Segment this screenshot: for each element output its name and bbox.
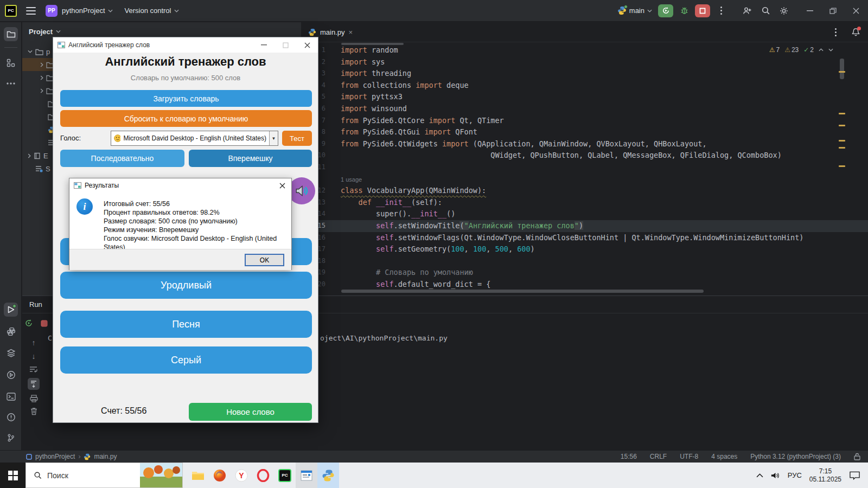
warning-count: ⚠7 <box>769 46 780 54</box>
status-breadcrumb[interactable]: pythonProject › main.py <box>26 453 117 460</box>
warning-stripe-mark[interactable] <box>839 140 845 142</box>
window-restore-button[interactable] <box>821 3 844 19</box>
code-editor[interactable]: 1import random2import sys3import threadi… <box>302 42 868 296</box>
rerun-button[interactable] <box>656 3 675 19</box>
scroll-up-icon[interactable]: ↑ <box>32 338 36 347</box>
warning-stripe-mark[interactable] <box>839 165 845 167</box>
window-close-button[interactable] <box>844 3 868 19</box>
caret-position[interactable]: 15:56 <box>621 453 637 460</box>
vcs-selector[interactable]: Version control <box>125 7 179 15</box>
app-maximize-button[interactable] <box>275 37 296 53</box>
load-dictionary-button[interactable]: Загрузить словарь <box>60 90 312 107</box>
answer-button-2[interactable]: Песня <box>60 311 312 338</box>
inspections-widget[interactable]: ⚠7 ⚠23 ✓2 <box>769 46 833 54</box>
search-everywhere-icon[interactable] <box>756 3 775 19</box>
services-tool-icon[interactable] <box>4 346 18 360</box>
python-interpreter[interactable]: Python 3.12 (pythonProject) (3) <box>750 453 841 460</box>
unlocked-icon[interactable] <box>854 453 860 460</box>
combo-dropdown-icon[interactable]: ▼ <box>269 131 278 145</box>
dialog-titlebar[interactable]: Результаты <box>69 178 291 192</box>
new-word-button[interactable]: Новое слово <box>189 403 312 421</box>
voice-select[interactable]: Microsoft David Desktop - English (Unite… <box>111 131 278 146</box>
app-window-titlebar[interactable]: Английский тренажер слов <box>53 37 318 53</box>
soft-wrap-icon[interactable] <box>29 365 38 373</box>
shuffle-mode-button[interactable]: Вперемешку <box>189 150 312 167</box>
taskbar-clock[interactable]: 7:15 05.11.2025 <box>809 467 841 484</box>
tab-scroll-indicator[interactable] <box>341 43 404 45</box>
indent-style[interactable]: 4 spaces <box>711 453 737 460</box>
taskbar-report-app[interactable] <box>296 463 317 488</box>
vertical-scrollbar[interactable] <box>840 59 844 79</box>
window-minimize-button[interactable] <box>799 3 821 19</box>
vcs-branch-tool-icon[interactable] <box>4 431 18 445</box>
reset-dictionary-button[interactable]: Сбросить к словарю по умолчанию <box>60 110 312 127</box>
language-indicator[interactable]: РУС <box>788 471 802 479</box>
volume-icon[interactable] <box>771 472 780 479</box>
settings-gear-icon[interactable] <box>775 3 793 19</box>
run-tool-icon[interactable] <box>4 303 18 317</box>
dialog-close-icon[interactable] <box>273 178 291 192</box>
line-separator[interactable]: CRLF <box>650 453 667 460</box>
more-actions-icon[interactable] <box>712 3 730 19</box>
next-problem-icon[interactable] <box>828 48 833 52</box>
app-minimize-button[interactable] <box>253 37 275 53</box>
app-window-icon <box>58 42 65 48</box>
commit-tool-icon[interactable] <box>4 56 18 70</box>
horizontal-scrollbar[interactable] <box>341 290 704 293</box>
tree-item-label: p <box>46 48 50 56</box>
app-close-button[interactable] <box>296 37 318 53</box>
stop-icon[interactable] <box>41 320 48 327</box>
run-anything-tool-icon[interactable] <box>4 368 18 382</box>
print-icon[interactable] <box>30 395 38 402</box>
ok-button[interactable]: OK <box>245 254 284 266</box>
taskbar-opera[interactable] <box>252 463 274 488</box>
speak-word-button[interactable] <box>288 177 315 204</box>
typo-count: ✓2 <box>803 46 814 54</box>
chevron-down-icon <box>28 50 33 53</box>
clock-time: 7:15 <box>819 467 832 475</box>
warning-stripe-mark[interactable] <box>839 147 845 149</box>
scroll-to-end-icon[interactable] <box>28 378 40 390</box>
terminal-tool-icon[interactable] <box>4 389 18 403</box>
stop-button[interactable] <box>693 3 712 19</box>
debug-button[interactable] <box>675 3 693 19</box>
main-menu-icon[interactable] <box>26 7 36 15</box>
branch-widget[interactable]: main <box>617 6 652 15</box>
answer-button-3[interactable]: Серый <box>60 346 312 374</box>
info-icon: i <box>76 198 93 215</box>
tab-close-icon[interactable]: × <box>349 28 353 36</box>
clear-trash-icon[interactable] <box>30 407 37 415</box>
scroll-down-icon[interactable]: ↓ <box>32 352 36 361</box>
tray-expand-icon[interactable] <box>756 473 763 478</box>
notifications-bell-icon[interactable] <box>851 27 860 37</box>
warning-stripe-mark[interactable] <box>839 125 845 126</box>
project-tool-icon[interactable] <box>4 27 18 41</box>
code-with-me-icon[interactable] <box>738 3 756 19</box>
test-voice-button[interactable]: Тест <box>282 131 312 146</box>
app-window-title: Английский тренажер слов <box>68 41 150 49</box>
taskbar-firefox[interactable] <box>209 463 231 488</box>
problems-tool-icon[interactable] <box>4 410 18 424</box>
pycharm-logo-icon[interactable]: PC <box>5 5 17 17</box>
sequential-mode-button[interactable]: Последовательно <box>60 150 184 167</box>
weather-widget[interactable] <box>140 463 182 487</box>
warning-stripe-mark[interactable] <box>839 71 845 73</box>
taskbar-explorer[interactable] <box>187 463 209 488</box>
start-button[interactable] <box>0 463 25 488</box>
answer-button-1[interactable]: Уродливый <box>60 272 312 299</box>
taskbar-yandex[interactable]: Y <box>231 463 252 488</box>
prev-problem-icon[interactable] <box>819 48 824 52</box>
project-badge[interactable]: PP <box>46 5 58 17</box>
rerun-icon[interactable] <box>24 319 33 328</box>
tab-options-icon[interactable] <box>828 28 843 36</box>
python-packages-tool-icon[interactable] <box>4 324 18 338</box>
taskbar-python-app[interactable] <box>317 463 339 488</box>
taskbar-search[interactable]: Поиск <box>25 463 183 488</box>
action-center-icon[interactable] <box>849 471 860 480</box>
project-selector[interactable]: pythonProject <box>62 7 113 15</box>
taskbar-pycharm[interactable]: PC <box>274 463 296 488</box>
warning-stripe-mark[interactable] <box>839 113 845 114</box>
file-encoding[interactable]: UTF-8 <box>680 453 698 460</box>
svg-text:Y: Y <box>239 471 244 480</box>
more-tools-icon[interactable] <box>4 76 18 91</box>
